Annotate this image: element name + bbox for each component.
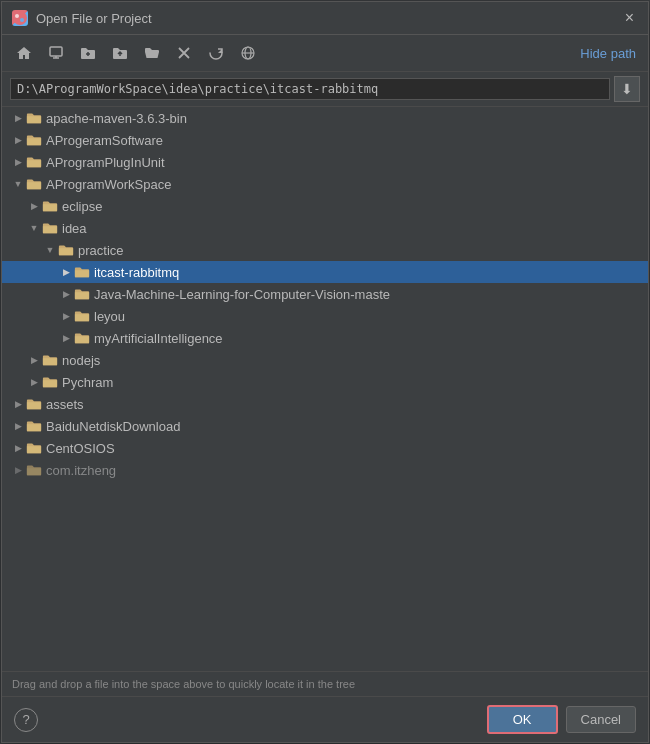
folder-icon — [26, 418, 42, 434]
monitor-button[interactable] — [42, 40, 70, 66]
tree-item[interactable]: ▶ apache-maven-3.6.3-bin — [2, 107, 648, 129]
new-folder-button[interactable] — [74, 40, 102, 66]
item-label: AProgeramSoftware — [46, 133, 163, 148]
tree-item[interactable]: ▶ nodejs — [2, 349, 648, 371]
path-bar: ⬇ — [2, 72, 648, 107]
item-label: BaiduNetdiskDownload — [46, 419, 180, 434]
tree-item[interactable]: ▶ AProgeramSoftware — [2, 129, 648, 151]
help-button[interactable]: ? — [14, 708, 38, 732]
network-button[interactable] — [234, 40, 262, 66]
folder-icon — [42, 198, 58, 214]
tree-item[interactable]: ▶ eclipse — [2, 195, 648, 217]
svg-point-2 — [20, 18, 24, 22]
home-button[interactable] — [10, 40, 38, 66]
item-label: eclipse — [62, 199, 102, 214]
delete-button[interactable] — [170, 40, 198, 66]
file-tree[interactable]: ▶ apache-maven-3.6.3-bin ▶ AProgeramSoft… — [2, 107, 648, 671]
hide-path-button[interactable]: Hide path — [576, 44, 640, 63]
folder-icon — [42, 352, 58, 368]
expand-arrow[interactable]: ▶ — [26, 201, 42, 211]
item-label: idea — [62, 221, 87, 236]
tree-item[interactable]: ▶ com.itzheng — [2, 459, 648, 481]
folder-icon — [74, 330, 90, 346]
tree-item[interactable]: ▶ AProgramPlugInUnit — [2, 151, 648, 173]
folder-icon — [26, 396, 42, 412]
folder-icon — [26, 132, 42, 148]
expand-arrow[interactable]: ▶ — [58, 267, 74, 277]
folder-icon — [26, 110, 42, 126]
button-bar: ? OK Cancel — [2, 696, 648, 742]
expand-arrow[interactable]: ▼ — [42, 245, 58, 255]
app-icon — [12, 10, 28, 26]
svg-point-0 — [13, 11, 27, 25]
tree-item[interactable]: ▼ practice — [2, 239, 648, 261]
expand-arrow[interactable]: ▶ — [10, 135, 26, 145]
item-label: nodejs — [62, 353, 100, 368]
item-label: itcast-rabbitmq — [94, 265, 179, 280]
tree-item[interactable]: ▶ BaiduNetdiskDownload — [2, 415, 648, 437]
folder-up-button[interactable] — [106, 40, 134, 66]
folder-icon — [26, 440, 42, 456]
folder-icon — [42, 374, 58, 390]
item-label: assets — [46, 397, 84, 412]
item-label: com.itzheng — [46, 463, 116, 478]
item-label: Pychram — [62, 375, 113, 390]
item-label: apache-maven-3.6.3-bin — [46, 111, 187, 126]
expand-arrow[interactable]: ▶ — [26, 355, 42, 365]
folder-icon — [26, 462, 42, 478]
tree-item[interactable]: ▶ assets — [2, 393, 648, 415]
svg-rect-3 — [50, 47, 62, 56]
item-label: practice — [78, 243, 124, 258]
tree-item[interactable]: ▶ Pychram — [2, 371, 648, 393]
item-label: leyou — [94, 309, 125, 324]
svg-point-1 — [15, 14, 19, 18]
tree-item[interactable]: ▼ AProgramWorkSpace — [2, 173, 648, 195]
close-button[interactable]: × — [621, 8, 638, 28]
expand-arrow[interactable]: ▶ — [10, 157, 26, 167]
path-input[interactable] — [10, 78, 610, 100]
title-bar: Open File or Project × — [2, 2, 648, 35]
expand-arrow[interactable]: ▶ — [58, 333, 74, 343]
tree-item[interactable]: ▶ Java-Machine-Learning-for-Computer-Vis… — [2, 283, 648, 305]
folder-icon — [42, 220, 58, 236]
expand-arrow[interactable]: ▶ — [10, 443, 26, 453]
hint-text: Drag and drop a file into the space abov… — [2, 671, 648, 696]
expand-arrow[interactable]: ▶ — [10, 465, 26, 475]
tree-item[interactable]: ▶ leyou — [2, 305, 648, 327]
expand-arrow[interactable]: ▶ — [10, 399, 26, 409]
expand-arrow[interactable]: ▼ — [10, 179, 26, 189]
folder-icon — [74, 264, 90, 280]
tree-item[interactable]: ▼ idea — [2, 217, 648, 239]
tree-item[interactable]: ▶ CentOSIOS — [2, 437, 648, 459]
folder-icon — [26, 154, 42, 170]
title-bar-left: Open File or Project — [12, 10, 152, 26]
folder-icon — [58, 242, 74, 258]
expand-arrow[interactable]: ▶ — [58, 311, 74, 321]
tree-item-selected[interactable]: ▶ itcast-rabbitmq — [2, 261, 648, 283]
tree-item[interactable]: ▶ myArtificialIntelligence — [2, 327, 648, 349]
folder-icon — [74, 308, 90, 324]
expand-arrow[interactable]: ▶ — [26, 377, 42, 387]
expand-arrow[interactable]: ▼ — [26, 223, 42, 233]
cancel-button[interactable]: Cancel — [566, 706, 636, 733]
expand-arrow[interactable]: ▶ — [58, 289, 74, 299]
folder-icon — [26, 176, 42, 192]
path-download-button[interactable]: ⬇ — [614, 76, 640, 102]
refresh-button[interactable] — [202, 40, 230, 66]
expand-arrow[interactable]: ▶ — [10, 113, 26, 123]
item-label: AProgramPlugInUnit — [46, 155, 165, 170]
toolbar: Hide path — [2, 35, 648, 72]
item-label: Java-Machine-Learning-for-Computer-Visio… — [94, 287, 390, 302]
item-label: myArtificialIntelligence — [94, 331, 223, 346]
item-label: AProgramWorkSpace — [46, 177, 171, 192]
expand-arrow[interactable]: ▶ — [10, 421, 26, 431]
ok-button[interactable]: OK — [487, 705, 558, 734]
item-label: CentOSIOS — [46, 441, 115, 456]
open-folder-button[interactable] — [138, 40, 166, 66]
dialog-title: Open File or Project — [36, 11, 152, 26]
dialog: Open File or Project × — [1, 1, 649, 743]
folder-icon — [74, 286, 90, 302]
